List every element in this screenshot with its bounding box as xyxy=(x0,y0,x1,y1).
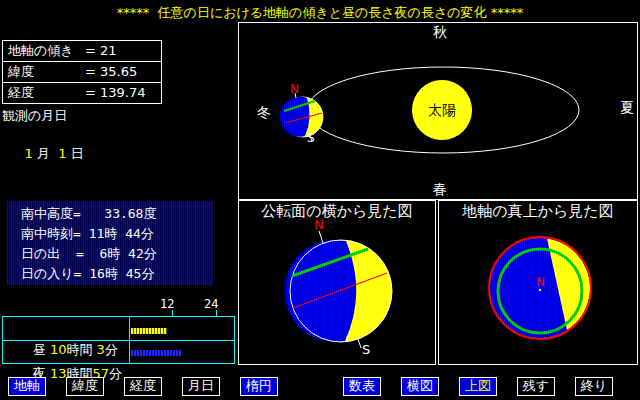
season-summer-label: 夏 xyxy=(620,99,634,115)
season-winter-label: 冬 xyxy=(257,104,271,120)
menu-longitude-button[interactable]: 経度 xyxy=(124,377,162,396)
side-earth-night-side xyxy=(284,240,356,342)
season-spring-label: 春 xyxy=(433,181,447,197)
north-pole-label: N xyxy=(290,82,299,96)
top-pole-dot xyxy=(539,289,541,291)
south-pole-label: S xyxy=(307,131,315,145)
side-axis-line-north xyxy=(319,231,323,243)
menu-keep-button[interactable]: 残す xyxy=(517,377,555,396)
app-screen: ***** 任意の日における地軸の傾きと昼の長さ夜の長さの変化 ***** 地軸… xyxy=(0,0,640,400)
top-view-earth: N xyxy=(489,237,591,339)
menu-side-view-button[interactable]: 横図 xyxy=(401,377,439,396)
side-view-title: 公転面の横から見た図 xyxy=(261,202,412,220)
menu-ellipse-button[interactable]: 楕円 xyxy=(240,377,278,396)
side-north-label: N xyxy=(314,217,324,232)
menu-top-view-button[interactable]: 上図 xyxy=(459,377,497,396)
menu-date-button[interactable]: 月日 xyxy=(182,377,220,396)
diagram-layer: 太陽 秋 冬 夏 春 N S 公転面の横から見た図 N S xyxy=(0,0,640,400)
season-autumn-label: 秋 xyxy=(433,24,447,40)
earth-orbit-position: N S xyxy=(280,82,323,145)
sun-label: 太陽 xyxy=(428,102,456,118)
menu-quit-button[interactable]: 終り xyxy=(575,377,613,396)
top-north-label: N xyxy=(536,275,545,289)
earth-night-side xyxy=(280,97,310,137)
top-view-title: 地軸の真上から見た図 xyxy=(461,202,613,220)
menu-latitude-button[interactable]: 緯度 xyxy=(66,377,104,396)
side-view-earth: N S xyxy=(284,217,392,357)
menu-table-button[interactable]: 数表 xyxy=(343,377,381,396)
side-south-label: S xyxy=(362,342,370,357)
menu-axis-button[interactable]: 地軸 xyxy=(8,377,46,396)
